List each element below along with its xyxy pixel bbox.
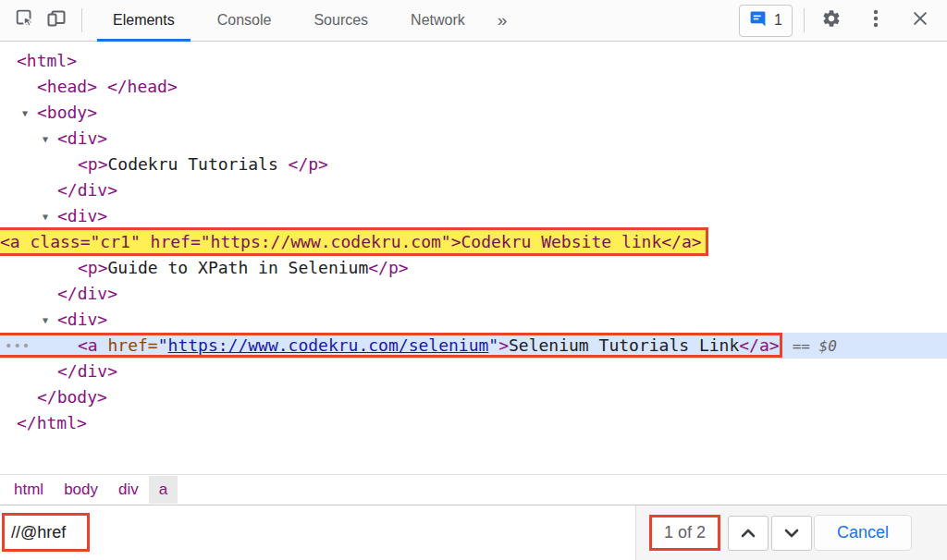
dom-tree-row[interactable]: ▼<div> (0, 126, 947, 152)
code-segment-text: Selenium Tutorials Link (509, 335, 739, 355)
code-segment-quote: " (158, 335, 168, 355)
attribute-value-link[interactable]: https://www.codekru.com/selenium (168, 335, 489, 355)
search-input[interactable] (0, 505, 635, 560)
dom-tree-row[interactable]: <head> </head> (0, 74, 947, 100)
toggle-device-toolbar-button[interactable] (41, 5, 72, 36)
expand-arrow-icon[interactable]: ▼ (22, 101, 37, 127)
code-segment-tag: <div> (57, 206, 107, 225)
dom-tree-row[interactable]: </div> (0, 177, 947, 203)
breadcrumb: htmlbodydiva (0, 474, 947, 505)
inspect-cursor-icon (14, 7, 36, 33)
tab-sources[interactable]: Sources (298, 0, 384, 42)
expand-arrow-icon[interactable]: ▼ (43, 308, 57, 334)
inspect-element-button[interactable] (9, 5, 41, 36)
dom-tree-row[interactable]: <a class="cr1" href="https://www.codekru… (0, 229, 947, 255)
code-segment-attr: href= (108, 335, 158, 355)
dom-node-text: <head> </head> (0, 77, 178, 96)
dom-node-text: ▼<body> (0, 103, 97, 122)
breadcrumb-item-div[interactable]: div (108, 476, 149, 504)
dollar-zero-hint: == $0 (793, 337, 837, 355)
code-segment-tag: <div> (57, 310, 107, 329)
code-segment-tag: </div> (57, 361, 117, 381)
search-results-counter: 1 of 2 (649, 515, 720, 551)
tab-network[interactable]: Network (395, 0, 481, 42)
expand-arrow-icon[interactable]: ▼ (43, 204, 57, 230)
chat-message-icon (749, 10, 767, 31)
settings-gear-icon (821, 8, 842, 32)
dom-tree-row[interactable]: </html> (0, 410, 947, 436)
code-segment-tag: </a> (739, 335, 779, 355)
dom-tree-row[interactable]: </div> (0, 359, 947, 384)
console-messages-badge[interactable]: 1 (739, 5, 793, 37)
chevron-down-icon (784, 525, 799, 542)
dom-node-text: </div> (0, 284, 117, 303)
settings-button[interactable] (816, 5, 847, 36)
code-segment-tag: </p> (289, 154, 328, 174)
expand-arrow-icon[interactable]: ▼ (43, 127, 57, 152)
row-gutter-dots: ••• (5, 333, 31, 359)
close-icon (911, 9, 929, 31)
code-segment-tag: <p> (78, 154, 108, 174)
code-segment-tag: <a (78, 335, 108, 355)
previous-match-button[interactable] (728, 516, 769, 551)
breadcrumb-item-html[interactable]: html (4, 476, 54, 504)
code-segment-tag: <body> (37, 103, 97, 122)
kebab-menu-button[interactable] (860, 5, 892, 36)
dom-node-text: </div> (0, 361, 117, 381)
dom-tree-row[interactable]: <p>Codekru Tutorials </p> (0, 152, 947, 177)
dom-node-text: <p>Guide to XPath in Selenium</p> (0, 258, 409, 277)
dom-tree-row[interactable]: <html> (0, 48, 947, 74)
next-match-button[interactable] (771, 516, 812, 551)
breadcrumb-item-a[interactable]: a (149, 476, 178, 504)
close-devtools-button[interactable] (904, 5, 936, 36)
dom-tree-row[interactable]: ▼<div> (0, 307, 947, 333)
code-segment-text: Guide to XPath in Selenium (108, 258, 369, 277)
message-count: 1 (774, 12, 782, 29)
code-segment-quote: " (488, 335, 498, 355)
code-segment-tag: <p> (78, 258, 108, 277)
chevron-up-icon (741, 525, 756, 542)
dom-tree-row[interactable]: </div> (0, 281, 947, 307)
code-segment-tag: </head> (107, 77, 178, 96)
tab-elements[interactable]: Elements (97, 0, 191, 42)
kebab-menu-icon (867, 8, 885, 32)
toolbar-separator (81, 8, 82, 32)
dom-node-text: </body> (0, 387, 107, 407)
dom-node-text: ▼<div> (0, 310, 107, 329)
dom-node-text: <a href="https://www.codekru.com/seleniu… (0, 335, 780, 355)
dom-node-text: ▼<div> (0, 206, 107, 225)
dom-node-text: <p>Codekru Tutorials </p> (0, 154, 328, 174)
elements-dom-tree: <html><head> </head>▼<body>▼<div><p>Code… (0, 42, 947, 474)
dom-tree-row-selected[interactable]: •••<a href="https://www.codekru.com/sele… (0, 333, 947, 359)
cancel-search-button[interactable]: Cancel (814, 515, 912, 551)
dom-tree-row[interactable]: ▼<div> (0, 203, 947, 229)
code-segment-tag: </body> (37, 387, 107, 407)
dom-tree-row[interactable]: <p>Guide to XPath in Selenium</p> (0, 255, 947, 281)
toolbar-separator (804, 8, 805, 32)
code-segment-tag: <head> (37, 77, 97, 96)
dom-tree-row[interactable]: ▼<body> (0, 100, 947, 126)
tab-strip: ElementsConsoleSourcesNetwork (92, 0, 486, 42)
code-segment-tag: </div> (57, 284, 117, 303)
dom-node-text: <html> (0, 51, 77, 70)
tab-console[interactable]: Console (202, 0, 288, 42)
dom-tree-row[interactable]: </body> (0, 384, 947, 410)
code-segment-tag: </p> (368, 258, 408, 277)
toolbar-right-icons: 1 (739, 5, 947, 37)
code-segment-tag: <div> (57, 128, 107, 148)
code-segment-tag: <html> (17, 51, 77, 70)
toolbar-left-icons (0, 5, 92, 36)
dom-node-text: ▼<div> (0, 128, 107, 148)
code-segment-tag: > (498, 335, 509, 355)
more-tabs-button[interactable]: » (486, 10, 519, 30)
breadcrumb-item-body[interactable]: body (54, 476, 108, 504)
code-segment-match: <a class="cr1" href="https://www.codekru… (0, 232, 702, 251)
code-segment-tag: </div> (57, 180, 117, 200)
code-segment-text (97, 77, 107, 96)
devtools-toolbar: ElementsConsoleSourcesNetwork » 1 (0, 0, 947, 42)
dom-search-bar: 1 of 2 Cancel (0, 505, 947, 560)
device-toolbar-icon (45, 7, 68, 33)
code-segment-text: Codekru Tutorials (108, 154, 289, 174)
dom-node-text: </html> (0, 413, 87, 432)
dom-node-text: </div> (0, 180, 117, 200)
